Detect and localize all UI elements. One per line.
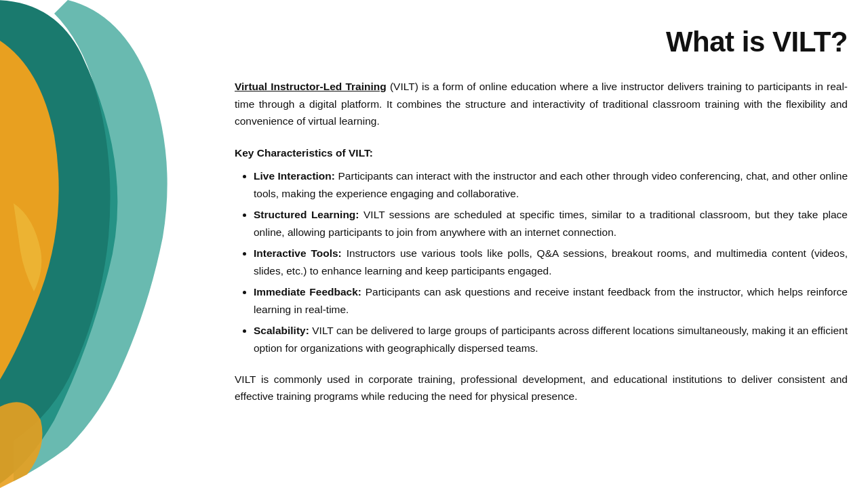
content-area: What is VILT? Virtual Instructor-Led Tra… <box>235 20 848 474</box>
list-item: Interactive Tools: Instructors use vario… <box>254 245 848 279</box>
bullet-list: Live Interaction: Participants can inter… <box>235 167 848 357</box>
list-item: Structured Learning: VILT sessions are s… <box>254 206 848 241</box>
bullet-term-1: Live Interaction: <box>254 170 335 182</box>
bullet-term-2: Structured Learning: <box>254 209 359 220</box>
list-item: Scalability: VILT can be delivered to la… <box>254 322 848 357</box>
bullet-text-1: Participants can interact with the instr… <box>254 170 848 199</box>
bullet-text-3: Instructors use various tools like polls… <box>254 247 848 277</box>
bullet-term-4: Immediate Feedback: <box>254 286 361 298</box>
left-decoration <box>0 0 217 488</box>
bullet-text-5: VILT can be delivered to large groups of… <box>254 325 848 354</box>
vilt-term: Virtual Instructor-Led Training <box>235 81 387 92</box>
list-item: Immediate Feedback: Participants can ask… <box>254 283 848 318</box>
slide-title: What is VILT? <box>235 20 848 63</box>
slide-container: What is VILT? Virtual Instructor-Led Tra… <box>0 0 868 488</box>
characteristics-heading: Key Characteristics of VILT: <box>235 145 848 161</box>
bullet-term-3: Interactive Tools: <box>254 247 342 259</box>
bullet-term-5: Scalability: <box>254 325 309 336</box>
closing-paragraph: VILT is commonly used in corporate train… <box>235 371 848 405</box>
list-item: Live Interaction: Participants can inter… <box>254 167 848 202</box>
intro-paragraph: Virtual Instructor-Led Training (VILT) i… <box>235 78 848 130</box>
